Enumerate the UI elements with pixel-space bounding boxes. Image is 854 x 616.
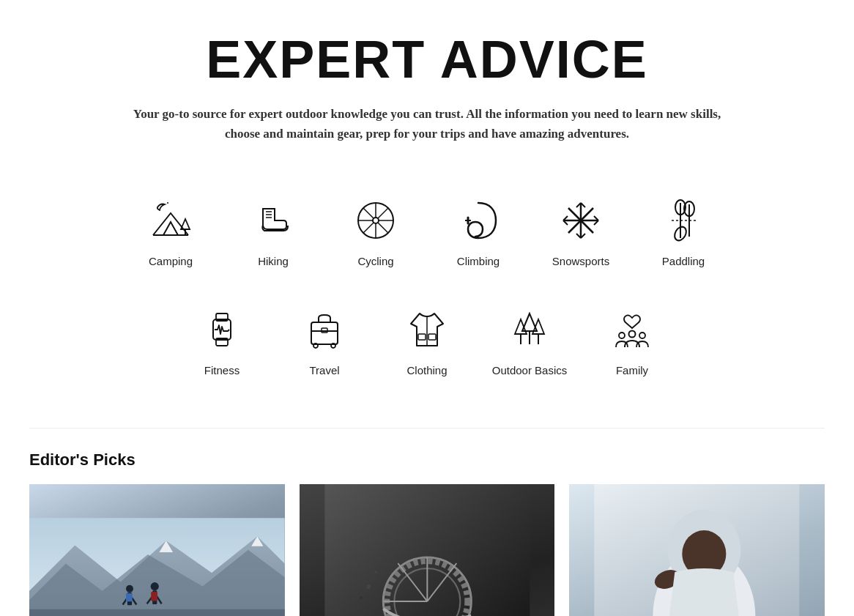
- svg-rect-47: [428, 334, 436, 340]
- svg-point-82: [374, 571, 377, 574]
- card-bike-image: [300, 484, 555, 616]
- family-label: Family: [616, 364, 648, 376]
- card-hikers[interactable]: [29, 484, 285, 616]
- clothing-icon: [401, 304, 453, 355]
- outdoor-basics-icon: [504, 304, 555, 355]
- svg-rect-46: [418, 334, 426, 340]
- svg-rect-40: [311, 322, 338, 344]
- category-hiking[interactable]: Hiking: [222, 180, 324, 282]
- svg-rect-67: [126, 593, 133, 601]
- category-family[interactable]: Family: [581, 289, 683, 391]
- category-row-2: Fitness: [29, 289, 825, 391]
- svg-point-55: [629, 331, 636, 338]
- hero-subtitle: Your go-to source for expert outdoor kno…: [127, 104, 727, 144]
- editors-picks-section: Editor's Picks: [29, 428, 825, 616]
- camping-icon: [145, 195, 196, 246]
- svg-point-68: [151, 582, 159, 590]
- svg-point-54: [619, 333, 625, 338]
- page-title: EXPERT ADVICE: [29, 29, 825, 89]
- editors-picks-title: Editor's Picks: [29, 450, 825, 470]
- svg-line-14: [378, 223, 388, 233]
- category-outdoor-basics[interactable]: Outdoor Basics: [478, 289, 581, 391]
- svg-point-42: [313, 344, 318, 348]
- family-icon: [606, 304, 658, 355]
- cards-row: How to Clean a Bike: [29, 484, 825, 616]
- svg-rect-44: [322, 328, 327, 333]
- hiking-icon: [248, 195, 299, 246]
- card-hikers-image: [29, 484, 285, 616]
- fitness-label: Fitness: [204, 364, 240, 376]
- travel-label: Travel: [309, 364, 339, 376]
- outdoor-basics-label: Outdoor Basics: [492, 364, 568, 376]
- category-row-1: Camping Hiking: [29, 180, 825, 282]
- svg-rect-72: [151, 592, 157, 601]
- svg-point-63: [126, 585, 133, 593]
- category-snowsports[interactable]: Snowsports: [530, 180, 632, 282]
- category-travel[interactable]: Travel: [273, 289, 376, 391]
- climbing-label: Climbing: [457, 255, 500, 267]
- svg-point-8: [373, 218, 379, 223]
- svg-point-81: [366, 585, 371, 589]
- category-camping[interactable]: Camping: [119, 180, 222, 282]
- paddling-label: Paddling: [662, 255, 705, 267]
- svg-point-43: [331, 344, 335, 348]
- card-bike[interactable]: How to Clean a Bike: [300, 484, 555, 616]
- svg-line-15: [378, 208, 388, 218]
- svg-marker-3: [181, 219, 190, 229]
- card-rainwear-image: [569, 484, 825, 616]
- cycling-label: Cycling: [357, 255, 393, 267]
- travel-icon: [299, 304, 350, 355]
- page-wrapper: EXPERT ADVICE Your go-to source for expe…: [0, 0, 854, 616]
- svg-line-13: [363, 208, 374, 218]
- svg-rect-62: [29, 609, 285, 616]
- svg-point-0: [167, 202, 168, 204]
- svg-point-56: [639, 333, 645, 338]
- clothing-label: Clothing: [406, 364, 447, 376]
- category-climbing[interactable]: Climbing: [427, 180, 530, 282]
- climbing-icon: [453, 195, 504, 246]
- svg-point-83: [360, 596, 363, 599]
- category-clothing[interactable]: Clothing: [376, 289, 478, 391]
- camping-label: Camping: [149, 255, 193, 267]
- paddling-icon: [658, 195, 709, 246]
- snowsports-icon: [555, 195, 606, 246]
- cycling-icon: [350, 195, 401, 246]
- fitness-icon: [196, 304, 248, 355]
- category-fitness[interactable]: Fitness: [171, 289, 273, 391]
- category-paddling[interactable]: Paddling: [632, 180, 735, 282]
- categories-section: Camping Hiking: [29, 180, 825, 391]
- category-cycling[interactable]: Cycling: [324, 180, 427, 282]
- snowsports-label: Snowsports: [552, 255, 609, 267]
- svg-line-16: [363, 223, 374, 233]
- card-rainwear[interactable]: How to Choose Rainwear: [569, 484, 825, 616]
- hiking-label: Hiking: [258, 255, 289, 267]
